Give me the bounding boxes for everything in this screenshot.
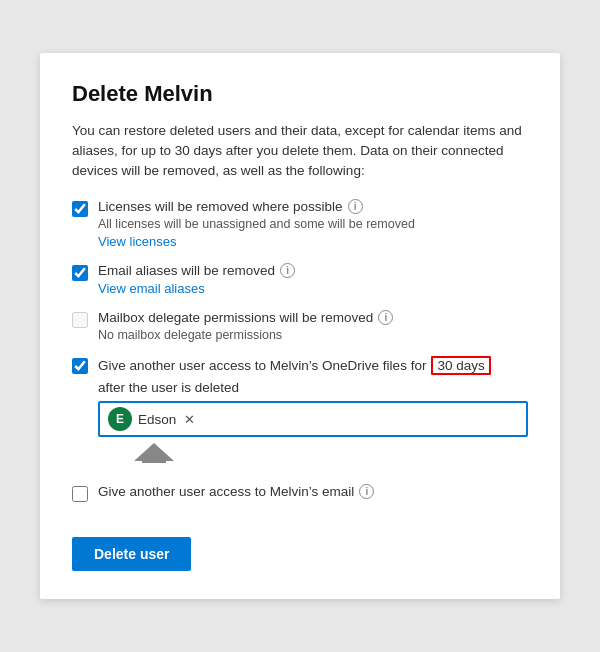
user-input-field[interactable]: E Edson ✕ bbox=[98, 401, 528, 437]
licenses-content: Licenses will be removed where possible … bbox=[98, 199, 528, 249]
email-access-checkbox-wrap[interactable] bbox=[72, 486, 88, 505]
mailbox-delegate-content: Mailbox delegate permissions will be rem… bbox=[98, 310, 528, 342]
licenses-sub-text: All licenses will be unassigned and some… bbox=[98, 217, 528, 231]
email-access-checkbox[interactable] bbox=[72, 486, 88, 502]
view-email-aliases-link[interactable]: View email aliases bbox=[98, 281, 205, 296]
licenses-label: Licenses will be removed where possible … bbox=[98, 199, 528, 214]
intro-text: You can restore deleted users and their … bbox=[72, 121, 528, 182]
email-aliases-info-icon[interactable]: i bbox=[280, 263, 295, 278]
remove-user-icon[interactable]: ✕ bbox=[184, 412, 195, 427]
section-licenses: Licenses will be removed where possible … bbox=[72, 199, 528, 249]
licenses-checkbox[interactable] bbox=[72, 201, 88, 217]
view-licenses-link[interactable]: View licenses bbox=[98, 234, 177, 249]
mailbox-delegate-checkbox bbox=[72, 312, 88, 328]
email-access-label: Give another user access to Melvin’s ema… bbox=[98, 484, 528, 499]
onedrive-label: Give another user access to Melvin’s One… bbox=[98, 356, 528, 395]
section-email-access: Give another user access to Melvin’s ema… bbox=[72, 484, 528, 505]
email-aliases-checkbox-wrap[interactable] bbox=[72, 265, 88, 284]
onedrive-checkbox[interactable] bbox=[72, 358, 88, 374]
mailbox-delegate-sub-text: No mailbox delegate permissions bbox=[98, 328, 528, 342]
email-aliases-label: Email aliases will be removed i bbox=[98, 263, 528, 278]
mailbox-delegate-checkbox-wrap[interactable] bbox=[72, 312, 88, 331]
mailbox-delegate-info-icon[interactable]: i bbox=[378, 310, 393, 325]
delete-user-button[interactable]: Delete user bbox=[72, 537, 191, 571]
delete-user-dialog: Delete Melvin You can restore deleted us… bbox=[40, 53, 560, 600]
section-email-aliases: Email aliases will be removed i View ema… bbox=[72, 263, 528, 296]
arrow-indicator bbox=[124, 439, 528, 466]
user-avatar: E bbox=[108, 407, 132, 431]
selected-user-name: Edson bbox=[138, 412, 176, 427]
days-badge: 30 days bbox=[431, 356, 490, 375]
section-mailbox-delegate: Mailbox delegate permissions will be rem… bbox=[72, 310, 528, 342]
onedrive-content: Give another user access to Melvin’s One… bbox=[98, 356, 528, 470]
email-aliases-checkbox[interactable] bbox=[72, 265, 88, 281]
licenses-checkbox-wrap[interactable] bbox=[72, 201, 88, 220]
onedrive-checkbox-wrap[interactable] bbox=[72, 358, 88, 377]
email-access-content: Give another user access to Melvin’s ema… bbox=[98, 484, 528, 499]
licenses-info-icon[interactable]: i bbox=[348, 199, 363, 214]
email-aliases-content: Email aliases will be removed i View ema… bbox=[98, 263, 528, 296]
section-onedrive: Give another user access to Melvin’s One… bbox=[72, 356, 528, 470]
dialog-title: Delete Melvin bbox=[72, 81, 528, 107]
mailbox-delegate-label: Mailbox delegate permissions will be rem… bbox=[98, 310, 528, 325]
email-access-info-icon[interactable]: i bbox=[359, 484, 374, 499]
svg-marker-0 bbox=[134, 443, 174, 463]
